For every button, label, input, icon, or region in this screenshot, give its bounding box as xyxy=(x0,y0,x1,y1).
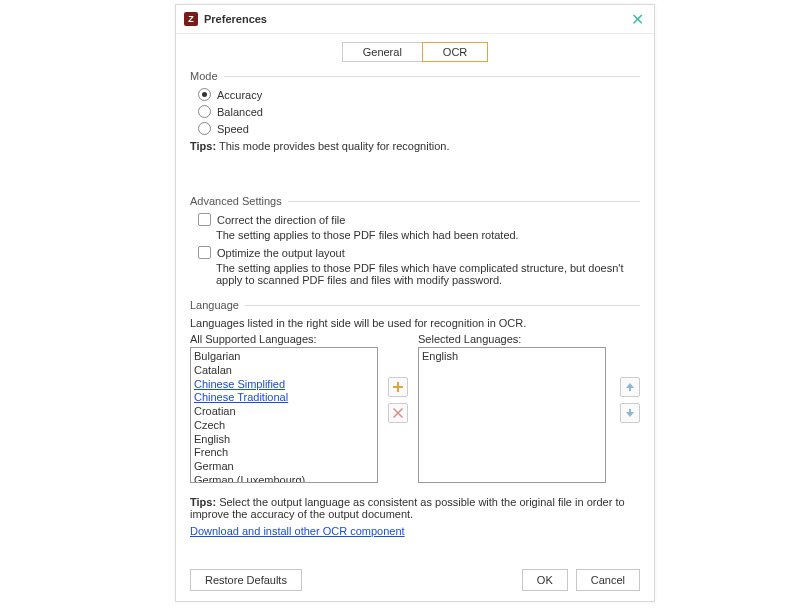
list-item[interactable]: Croatian xyxy=(194,405,374,419)
tab-general[interactable]: General xyxy=(342,42,423,62)
all-languages-label: All Supported Languages: xyxy=(190,333,378,345)
tab-bar: General OCR xyxy=(190,42,640,62)
list-item[interactable]: Chinese Simplified xyxy=(194,378,374,392)
radio-accuracy-label: Accuracy xyxy=(217,89,262,101)
group-language: Language Languages listed in the right s… xyxy=(190,299,640,537)
titlebar: Z Preferences ✕ xyxy=(176,5,654,34)
list-item[interactable]: French xyxy=(194,446,374,460)
tab-ocr[interactable]: OCR xyxy=(422,42,488,62)
ok-button[interactable]: OK xyxy=(522,569,568,591)
mode-legend: Mode xyxy=(190,70,218,82)
radio-balanced-label: Balanced xyxy=(217,106,263,118)
list-item[interactable]: German (Luxembourg) xyxy=(194,474,374,483)
list-item[interactable]: Czech xyxy=(194,419,374,433)
language-legend: Language xyxy=(190,299,239,311)
list-item[interactable]: Chinese Traditional xyxy=(194,391,374,405)
move-down-button[interactable] xyxy=(620,403,640,423)
selected-languages-label: Selected Languages: xyxy=(418,333,606,345)
language-note: Languages listed in the right side will … xyxy=(190,315,640,333)
window-title: Preferences xyxy=(204,13,629,25)
radio-accuracy[interactable]: Accuracy xyxy=(190,86,640,103)
move-up-button[interactable] xyxy=(620,377,640,397)
restore-defaults-button[interactable]: Restore Defaults xyxy=(190,569,302,591)
download-ocr-link[interactable]: Download and install other OCR component xyxy=(190,525,405,537)
checkbox-icon xyxy=(198,213,211,226)
radio-icon xyxy=(198,122,211,135)
arrow-up-icon xyxy=(625,382,635,392)
dialog-footer: Restore Defaults OK Cancel xyxy=(190,569,640,591)
group-advanced: Advanced Settings Correct the direction … xyxy=(190,195,640,289)
list-item[interactable]: German xyxy=(194,460,374,474)
group-mode: Mode Accuracy Balanced Speed Tips: This … xyxy=(190,70,640,155)
radio-speed[interactable]: Speed xyxy=(190,120,640,137)
advanced-legend: Advanced Settings xyxy=(190,195,282,207)
list-item[interactable]: Bulgarian xyxy=(194,350,374,364)
list-item[interactable]: English xyxy=(422,350,602,364)
list-item[interactable]: Catalan xyxy=(194,364,374,378)
plus-icon xyxy=(393,382,403,392)
app-icon: Z xyxy=(184,12,198,26)
check-optimize-layout[interactable]: Optimize the output layout xyxy=(190,244,640,261)
check-correct-direction-label: Correct the direction of file xyxy=(217,214,345,226)
add-language-button[interactable] xyxy=(388,377,408,397)
radio-speed-label: Speed xyxy=(217,123,249,135)
close-icon[interactable]: ✕ xyxy=(629,10,646,29)
language-tips: Tips: Select the output language as cons… xyxy=(190,493,640,523)
radio-icon xyxy=(198,105,211,118)
arrow-down-icon xyxy=(625,408,635,418)
checkbox-icon xyxy=(198,246,211,259)
optimize-layout-desc: The setting applies to those PDF files w… xyxy=(190,261,640,289)
check-optimize-layout-label: Optimize the output layout xyxy=(217,247,345,259)
list-item[interactable]: English xyxy=(194,433,374,447)
cancel-button[interactable]: Cancel xyxy=(576,569,640,591)
preferences-dialog: Z Preferences ✕ General OCR Mode Accurac… xyxy=(175,4,655,602)
radio-icon xyxy=(198,88,211,101)
selected-languages-listbox[interactable]: English xyxy=(418,347,606,483)
remove-language-button[interactable] xyxy=(388,403,408,423)
check-correct-direction[interactable]: Correct the direction of file xyxy=(190,211,640,228)
mode-tips: Tips: This mode provides best quality fo… xyxy=(190,137,640,155)
x-icon xyxy=(393,408,403,418)
radio-balanced[interactable]: Balanced xyxy=(190,103,640,120)
correct-direction-desc: The setting applies to those PDF files w… xyxy=(190,228,640,244)
all-languages-listbox[interactable]: BulgarianCatalanChinese SimplifiedChines… xyxy=(190,347,378,483)
